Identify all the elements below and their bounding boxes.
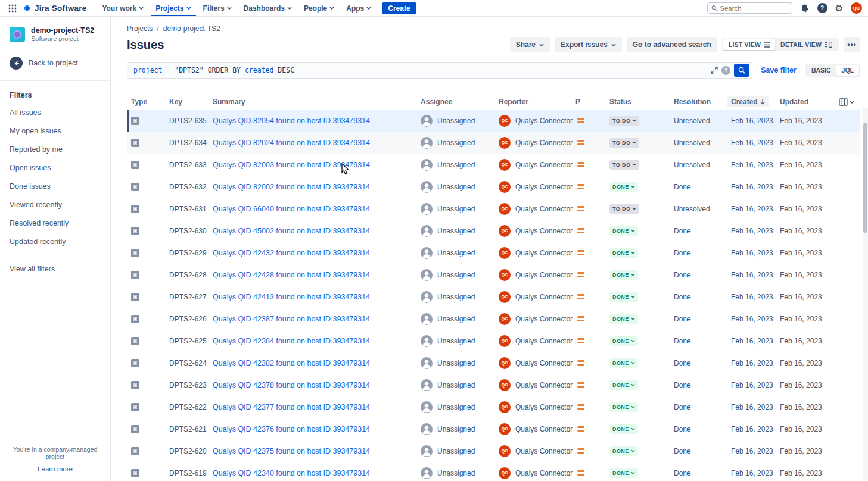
topnav-item[interactable]: Your work xyxy=(97,0,148,16)
list-view-toggle[interactable]: LIST VIEW xyxy=(723,39,775,50)
topnav-item[interactable]: Dashboards xyxy=(239,0,297,16)
status-chip[interactable]: DONE xyxy=(609,446,638,456)
table-row[interactable]: DPTS2-629 Qualys QID 42432 found on host… xyxy=(127,242,860,264)
column-header-updated[interactable]: Updated xyxy=(780,98,835,106)
jql-input[interactable]: project = "DPTS2" ORDER BY created DESC … xyxy=(127,62,752,79)
table-row[interactable]: DPTS2-626 Qualys QID 42387 found on host… xyxy=(127,308,860,330)
column-header-priority[interactable]: P xyxy=(575,98,609,106)
settings-gear-icon[interactable]: ⚙ xyxy=(835,4,843,13)
topnav-item[interactable]: Filters xyxy=(198,0,237,16)
status-chip[interactable]: TO DO xyxy=(609,160,639,170)
table-row[interactable]: DPTS2-634 Qualys QID 82024 found on host… xyxy=(127,132,860,154)
sidebar-filter-item[interactable]: Updated recently xyxy=(0,232,110,251)
jql-help-icon[interactable]: ? xyxy=(721,66,730,75)
more-actions-button[interactable]: ••• xyxy=(844,37,860,52)
column-header-type[interactable]: Type xyxy=(127,98,169,106)
detail-view-toggle[interactable]: DETAIL VIEW xyxy=(775,39,838,50)
sidebar-filter-item[interactable]: Open issues xyxy=(0,158,110,177)
status-chip[interactable]: DONE xyxy=(609,248,638,258)
status-chip[interactable]: DONE xyxy=(609,358,638,368)
jql-search-button[interactable] xyxy=(734,64,749,77)
table-row[interactable]: DPTS2-630 Qualys QID 45002 found on host… xyxy=(127,220,860,242)
global-search-input[interactable] xyxy=(720,5,788,12)
topnav-item[interactable]: Projects xyxy=(151,0,195,16)
table-row[interactable]: DPTS2-627 Qualys QID 42413 found on host… xyxy=(127,286,860,308)
sidebar-filter-item[interactable]: My open issues xyxy=(0,121,110,140)
issue-summary-link[interactable]: Qualys QID 42384 found on host ID 393479… xyxy=(213,337,370,345)
status-chip[interactable]: DONE xyxy=(609,292,638,302)
view-all-filters-link[interactable]: View all filters xyxy=(0,260,110,278)
global-search[interactable] xyxy=(707,2,792,14)
sidebar-filter-item[interactable]: Viewed recently xyxy=(0,195,110,214)
table-row[interactable]: DPTS2-620 Qualys QID 42375 found on host… xyxy=(127,440,860,462)
learn-more-link[interactable]: Learn more xyxy=(38,466,73,473)
issue-summary-link[interactable]: Qualys QID 42387 found on host ID 393479… xyxy=(213,315,370,323)
table-row[interactable]: DPTS2-622 Qualys QID 42377 found on host… xyxy=(127,396,860,418)
table-row[interactable]: DPTS2-619 Qualys QID 42340 found on host… xyxy=(127,462,860,481)
status-chip[interactable]: DONE xyxy=(609,336,638,346)
issue-summary-link[interactable]: Qualys QID 82024 found on host ID 393479… xyxy=(213,139,370,147)
status-chip[interactable]: DONE xyxy=(609,314,638,324)
table-row[interactable]: DPTS2-625 Qualys QID 42384 found on host… xyxy=(127,330,860,352)
column-header-reporter[interactable]: Reporter xyxy=(499,98,575,106)
scrollbar-thumb[interactable] xyxy=(863,123,867,233)
breadcrumb-projects-link[interactable]: Projects xyxy=(127,24,153,33)
issue-summary-link[interactable]: Qualys QID 42376 found on host ID 393479… xyxy=(213,425,370,433)
issue-summary-link[interactable]: Qualys QID 45002 found on host ID 393479… xyxy=(213,227,370,235)
status-chip[interactable]: DONE xyxy=(609,182,638,192)
issue-summary-link[interactable]: Qualys QID 42340 found on host ID 393479… xyxy=(213,469,370,477)
save-filter-link[interactable]: Save filter xyxy=(761,66,797,74)
table-row[interactable]: DPTS2-631 Qualys QID 66040 found on host… xyxy=(127,198,860,220)
sidebar-filter-item[interactable]: Resolved recently xyxy=(0,214,110,232)
jql-mode-toggle[interactable]: JQL xyxy=(836,65,859,76)
column-header-summary[interactable]: Summary xyxy=(213,98,421,106)
issue-summary-link[interactable]: Qualys QID 82002 found on host ID 393479… xyxy=(213,183,370,191)
jira-logo[interactable]: Jira Software xyxy=(23,4,86,13)
advanced-search-button[interactable]: Go to advanced search xyxy=(627,37,717,52)
expand-icon[interactable] xyxy=(711,67,718,74)
issue-summary-link[interactable]: Qualys QID 42377 found on host ID 393479… xyxy=(213,403,370,411)
issue-summary-link[interactable]: Qualys QID 42428 found on host ID 393479… xyxy=(213,271,370,279)
status-chip[interactable]: DONE xyxy=(609,424,638,434)
status-chip[interactable]: DONE xyxy=(609,380,638,390)
status-chip[interactable]: DONE xyxy=(609,226,638,236)
status-chip[interactable]: TO DO xyxy=(609,204,639,214)
table-row[interactable]: DPTS2-635 Qualys QID 82054 found on host… xyxy=(127,110,860,132)
help-icon[interactable]: ? xyxy=(817,3,827,13)
column-header-resolution[interactable]: Resolution xyxy=(674,98,731,106)
issue-summary-link[interactable]: Qualys QID 42382 found on host ID 393479… xyxy=(213,359,370,367)
issue-summary-link[interactable]: Qualys QID 42378 found on host ID 393479… xyxy=(213,381,370,389)
topnav-item[interactable]: Apps xyxy=(341,0,376,16)
table-row[interactable]: DPTS2-633 Qualys QID 82003 found on host… xyxy=(127,154,860,176)
column-header-created[interactable]: Created xyxy=(731,96,780,107)
table-row[interactable]: DPTS2-621 Qualys QID 42376 found on host… xyxy=(127,418,860,440)
table-row[interactable]: DPTS2-623 Qualys QID 42378 found on host… xyxy=(127,374,860,396)
notifications-bell-icon[interactable] xyxy=(799,2,810,14)
breadcrumb-project-link[interactable]: demo-project-TS2 xyxy=(163,24,220,33)
table-row[interactable]: DPTS2-628 Qualys QID 42428 found on host… xyxy=(127,264,860,286)
issue-summary-link[interactable]: Qualys QID 82054 found on host ID 393479… xyxy=(213,117,370,125)
column-header-assignee[interactable]: Assignee xyxy=(421,98,499,106)
status-chip[interactable]: DONE xyxy=(609,468,638,478)
back-to-project[interactable]: Back to project xyxy=(0,57,110,70)
column-header-key[interactable]: Key xyxy=(169,98,213,106)
column-header-status[interactable]: Status xyxy=(609,98,674,106)
status-chip[interactable]: TO DO xyxy=(609,138,639,148)
issue-summary-link[interactable]: Qualys QID 42432 found on host ID 393479… xyxy=(213,249,370,257)
sidebar-filter-item[interactable]: All issues xyxy=(0,103,110,121)
status-chip[interactable]: DONE xyxy=(609,270,638,280)
table-row[interactable]: DPTS2-632 Qualys QID 82002 found on host… xyxy=(127,176,860,198)
column-settings[interactable] xyxy=(835,98,860,106)
issue-summary-link[interactable]: Qualys QID 42375 found on host ID 393479… xyxy=(213,447,370,455)
export-issues-button[interactable]: Export issues xyxy=(555,37,622,52)
issue-summary-link[interactable]: Qualys QID 66040 found on host ID 393479… xyxy=(213,205,370,213)
share-button[interactable]: Share xyxy=(510,37,550,52)
sidebar-filter-item[interactable]: Reported by me xyxy=(0,140,110,158)
basic-mode-toggle[interactable]: BASIC xyxy=(806,65,836,76)
app-switcher-icon[interactable] xyxy=(6,2,19,15)
create-button[interactable]: Create xyxy=(382,2,416,14)
user-avatar[interactable]: QC xyxy=(851,2,862,14)
status-chip[interactable]: DONE xyxy=(609,402,638,412)
table-row[interactable]: DPTS2-624 Qualys QID 42382 found on host… xyxy=(127,352,860,374)
status-chip[interactable]: TO DO xyxy=(609,116,639,126)
